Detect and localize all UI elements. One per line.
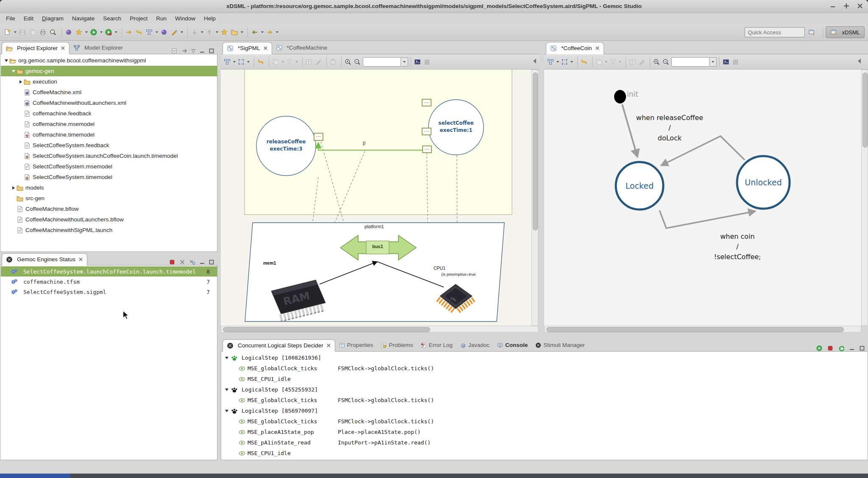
tree-item-file[interactable]: coffemachine.msemodel: [1, 119, 217, 129]
previous-annotation-icon[interactable]: [205, 27, 215, 37]
sigpml-vscrollbar[interactable]: [531, 70, 538, 326]
back-icon[interactable]: [250, 27, 261, 37]
tree-item-execution[interactable]: execution: [1, 76, 217, 87]
menu-run[interactable]: Run: [152, 14, 171, 23]
engine-row[interactable]: SelectCoffeeSystem.sigpml 7: [1, 287, 217, 297]
open-resource-icon[interactable]: [230, 27, 240, 37]
collapse-toolbar-icon[interactable]: [858, 59, 861, 64]
tab-error-log[interactable]: Error Log: [417, 339, 456, 351]
zoom-in-icon[interactable]: [344, 57, 353, 67]
debug-run-icon[interactable]: [104, 27, 114, 37]
run-dropdown[interactable]: [100, 31, 103, 33]
selection-mode-dropdown[interactable]: [247, 61, 250, 63]
grid-icon[interactable]: [732, 57, 741, 67]
tree-item-file[interactable]: SelectCoffeeSystem.launchCoffeeCoin.laun…: [1, 151, 217, 161]
stop-icon[interactable]: [827, 345, 833, 351]
filters-icon[interactable]: [609, 57, 618, 67]
save-icon[interactable]: [18, 27, 28, 37]
engine-row[interactable]: SelectCoffeeSystem.launchCoffeeCoin.laun…: [1, 266, 217, 277]
distribute-icon[interactable]: [314, 57, 324, 67]
tree-item-file[interactable]: SelectCoffeeSystem.msemodel: [1, 161, 217, 172]
coffeecoin-hscrollbar[interactable]: [544, 326, 861, 333]
tree-item-file[interactable]: CoffeeMachine.bflow: [1, 204, 217, 214]
maximize-view-icon[interactable]: [860, 346, 865, 351]
launch-config-icon[interactable]: [75, 27, 85, 37]
menu-file[interactable]: File: [2, 14, 19, 23]
zoom-in-icon[interactable]: [653, 57, 662, 67]
dispose-engine-icon[interactable]: [179, 259, 185, 265]
tab-concurrent-logical-steps-decider[interactable]: Concurrent Logical Steps Decider: [223, 339, 335, 352]
tab-sigpml[interactable]: *SigPML: [223, 42, 272, 54]
engine-row[interactable]: coffemachine.tfsm 7: [1, 277, 217, 287]
layers-dropdown[interactable]: [556, 61, 559, 63]
print-icon[interactable]: [39, 27, 49, 37]
maximize-view-icon[interactable]: [209, 260, 214, 265]
layers-icon[interactable]: [547, 57, 556, 67]
paint-dropdown[interactable]: [181, 31, 183, 33]
logical-step-row[interactable]: LogicalStep [856970097]: [222, 405, 868, 416]
zoom-level-combo[interactable]: [671, 57, 709, 67]
tree-item-file[interactable]: CoffeeMachine.xml: [1, 87, 217, 98]
next-annotation-icon[interactable]: [190, 27, 200, 37]
tab-properties[interactable]: Properties: [335, 339, 377, 351]
window-minimize-icon[interactable]: [830, 2, 836, 9]
view-menu-icon[interactable]: ▽: [192, 48, 195, 53]
maximize-view-icon[interactable]: [209, 48, 214, 53]
tab-problems[interactable]: Problems: [377, 339, 417, 351]
selection-mode-icon[interactable]: [561, 57, 570, 67]
tab-project-explorer[interactable]: Project Explorer: [2, 42, 70, 54]
close-icon[interactable]: [595, 46, 600, 50]
paste-layout-icon[interactable]: [329, 57, 339, 67]
copy-appearance-icon[interactable]: [595, 57, 604, 67]
quick-access-input[interactable]: [745, 27, 805, 37]
history-icon[interactable]: [125, 27, 135, 37]
export-image-icon[interactable]: [722, 57, 732, 67]
breakpoints-sphere-icon[interactable]: [64, 27, 75, 37]
close-icon[interactable]: [61, 46, 65, 50]
mse-row[interactable]: MSE_CPU1_idle: [222, 374, 868, 384]
next-annotation-dropdown[interactable]: [201, 31, 203, 33]
align-icon[interactable]: [305, 57, 314, 67]
align-icon[interactable]: [629, 57, 638, 67]
close-icon[interactable]: [78, 257, 83, 262]
selection-mode-icon[interactable]: [237, 57, 247, 67]
collapse-toolbar-icon[interactable]: [533, 59, 536, 64]
tree-item-file[interactable]: CoffeeMachinewithoutLaunchers.bflow: [1, 214, 217, 225]
mse-row[interactable]: MSE_globalClock_ticksFSMClock->globalClo…: [222, 395, 868, 405]
refresh-icon[interactable]: [580, 57, 590, 67]
xdsml-perspective-button[interactable]: xDSML: [826, 26, 865, 38]
zoom-level-combo[interactable]: [363, 57, 401, 67]
close-icon[interactable]: [263, 46, 268, 50]
coffeecoin-vscrollbar[interactable]: [861, 70, 868, 326]
coverage-dropdown[interactable]: [156, 31, 158, 33]
link-with-editor-icon[interactable]: [181, 48, 187, 54]
open-resource-dropdown[interactable]: [241, 31, 243, 33]
minimize-view-icon[interactable]: [849, 346, 854, 351]
menu-help[interactable]: Help: [200, 14, 220, 23]
initial-state-dot[interactable]: [614, 90, 626, 103]
debug-run-dropdown[interactable]: [115, 31, 117, 33]
minimize-view-icon[interactable]: [200, 260, 205, 265]
tree-item-file[interactable]: coffemachine.timemodel: [1, 129, 217, 140]
mse-row[interactable]: MSE_globalClock_ticksFSMClock->globalClo…: [222, 363, 868, 374]
previous-annotation-dropdown[interactable]: [216, 31, 218, 33]
sigpml-hscrollbar[interactable]: [221, 326, 538, 333]
collapse-all-icon[interactable]: [171, 48, 177, 54]
sigpml-canvas[interactable]: RAM CPU releaseCoffeeexecTime:3 selectCo…: [221, 70, 531, 326]
transition-locked-to-unlocked[interactable]: [659, 210, 755, 228]
run-icon[interactable]: [89, 27, 100, 37]
logical-step-row[interactable]: LogicalStep [1008261936]: [222, 352, 868, 363]
menu-navigate[interactable]: Navigate: [68, 14, 99, 23]
search-icon[interactable]: [49, 27, 59, 37]
paint-icon[interactable]: [170, 27, 180, 37]
tab-console[interactable]: Console: [493, 339, 531, 351]
window-maximize-icon[interactable]: [843, 2, 849, 9]
launch-config-dropdown[interactable]: [85, 31, 88, 33]
new-star-icon[interactable]: [220, 27, 230, 37]
forward-dropdown[interactable]: [276, 31, 278, 33]
refresh-icon[interactable]: [257, 57, 266, 67]
zoom-out-icon[interactable]: [662, 57, 671, 67]
tab-gemoc-engines-status[interactable]: Gemoc Engines Status: [2, 253, 87, 266]
filters-icon[interactable]: [286, 57, 295, 67]
tree-item-file[interactable]: SelectCoffeeSystem.timemodel: [1, 172, 217, 182]
